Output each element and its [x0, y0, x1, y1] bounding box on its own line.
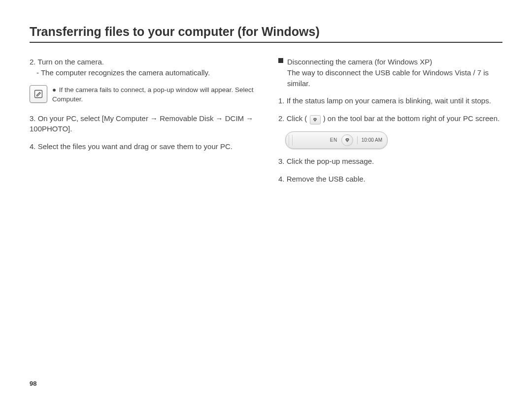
pencil-note-icon	[30, 85, 47, 103]
step2-part-b: ) on the tool bar at the bottom right of…	[323, 114, 500, 123]
svg-point-2	[347, 139, 348, 140]
tray-language-indicator: EN	[330, 137, 337, 144]
safely-remove-hardware-icon	[310, 115, 321, 124]
step-2-text: 2. Turn on the camera.	[30, 57, 254, 67]
disconnect-subtext: The way to disconnect the USB cable for …	[287, 68, 489, 88]
disconnect-heading: Disconnecting the camera (for Windows XP…	[287, 58, 432, 66]
right-column: Disconnecting the camera (for Windows XP…	[278, 57, 502, 191]
note-text: ● If the camera fails to connect, a pop-…	[52, 85, 254, 104]
page-title: Transferring files to your computer (for…	[30, 25, 502, 43]
tray-safely-remove-icon	[341, 134, 353, 146]
step2-part-a: 2. Click (	[278, 114, 307, 123]
step-2-block: 2. Turn on the camera. - The computer re…	[30, 57, 254, 78]
page-number: 98	[30, 380, 36, 387]
square-bullet-icon	[278, 58, 283, 63]
system-tray: EN 10:00 AM	[285, 131, 388, 149]
disconnect-step-2: 2. Click ( ) on the tool bar at the bott…	[278, 113, 502, 124]
manual-page: Transferring files to your computer (for…	[0, 0, 532, 401]
left-column: 2. Turn on the camera. - The computer re…	[30, 57, 254, 191]
tray-separator	[357, 136, 358, 144]
step-2-subtext: - The computer recognizes the camera aut…	[30, 67, 254, 78]
two-column-layout: 2. Turn on the camera. - The computer re…	[30, 57, 502, 191]
svg-point-1	[315, 119, 316, 120]
step-4-text: 4. Select the files you want and drag or…	[30, 141, 254, 152]
disconnect-step-3: 3. Click the pop-up message.	[278, 156, 502, 167]
tray-clock: 10:00 AM	[362, 137, 382, 144]
section-heading-row: Disconnecting the camera (for Windows XP…	[278, 57, 502, 89]
note-box: ● If the camera fails to connect, a pop-…	[30, 85, 254, 104]
note-content: If the camera fails to connect, a pop-up…	[52, 86, 253, 103]
section-heading-text: Disconnecting the camera (for Windows XP…	[287, 57, 502, 89]
disconnect-step-4: 4. Remove the USB cable.	[278, 174, 502, 185]
tray-grip-icon	[289, 135, 293, 146]
disconnect-step-1: 1. If the status lamp on your camera is …	[278, 95, 502, 106]
system-tray-illustration: EN 10:00 AM	[285, 131, 502, 149]
bullet-icon: ●	[52, 85, 57, 95]
step-3-text: 3. On your PC, select [My Computer → Rem…	[30, 113, 254, 135]
